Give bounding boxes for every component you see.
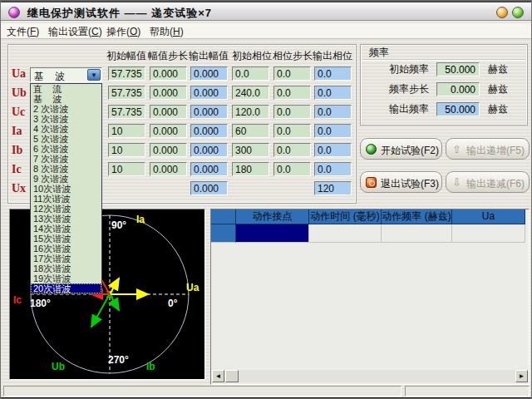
dropdown-option-harmonic-15[interactable]: 15次谐波 [31, 234, 101, 244]
output-frequency-unit: 赫兹 [488, 102, 508, 116]
channel-label-ib: Ib [12, 144, 32, 157]
dropdown-option-harmonic-3[interactable]: 3 次谐波 [31, 114, 101, 124]
ib-phase-step-input[interactable]: 0.0 [273, 143, 311, 157]
title-bar: 继电保护测试软件 —— 递变试验×7 [1, 1, 532, 21]
ua-output-phase-value: 0.0 [314, 66, 352, 81]
menu-help[interactable]: 帮助(H) [150, 25, 184, 39]
phasor-label-ic: Ic [13, 294, 22, 306]
scrollbar-thumb[interactable] [225, 370, 239, 382]
dropdown-option-harmonic-19[interactable]: 19次谐波 [31, 273, 101, 283]
action-frequency-cell[interactable] [382, 224, 452, 243]
dropdown-option-dc[interactable]: 直 流 [31, 84, 101, 94]
ub-initial-amplitude-input[interactable]: 57.735 [108, 86, 145, 100]
ia-amplitude-step-input[interactable]: 0.000 [150, 124, 187, 138]
ib-initial-phase-input[interactable]: 300 [232, 143, 269, 157]
ua-cell[interactable] [452, 224, 525, 243]
ia-initial-phase-input[interactable]: 60 [232, 124, 269, 138]
uc-phase-step-input[interactable]: 0.0 [273, 105, 311, 119]
exit-test-button[interactable]: 退出试验(F3) [360, 171, 442, 193]
scroll-left-arrow-icon[interactable]: ◄ [212, 370, 224, 382]
dropdown-option-harmonic-17[interactable]: 17次谐波 [31, 254, 101, 264]
initial-frequency-label: 初始频率 [364, 62, 429, 76]
output-increase-button[interactable]: ⇧ 输出递增(F5) [446, 138, 530, 160]
dropdown-option-harmonic-13[interactable]: 13次谐波 [31, 214, 101, 224]
ua-phase-step-input[interactable]: 0.0 [273, 66, 311, 81]
uc-output-amplitude-value: 0.000 [190, 105, 228, 119]
chevron-down-icon[interactable]: ▼ [87, 69, 101, 81]
dropdown-option-harmonic-18[interactable]: 18次谐波 [31, 264, 101, 273]
menu-file[interactable]: 文件(F) [7, 25, 39, 39]
dropdown-option-harmonic-4[interactable]: 4 次谐波 [31, 124, 101, 134]
dropdown-option-harmonic-11[interactable]: 11次谐波 [31, 194, 101, 204]
ia-initial-amplitude-input[interactable]: 10 [108, 124, 145, 138]
angle-label-0: 0° [168, 298, 177, 309]
dropdown-option-harmonic-7[interactable]: 7 次谐波 [31, 154, 101, 164]
app-window: 继电保护测试软件 —— 递变试验×7 文件(F) 输出设置(C) 操作(O) 帮… [0, 0, 532, 399]
output-decrease-button[interactable]: ⇩ 输出递减(F6) [446, 171, 530, 193]
ia-output-amplitude-value: 0.000 [190, 124, 228, 138]
ia-phase-step-input[interactable]: 0.0 [273, 124, 311, 138]
action-contact-cell-selected[interactable] [236, 224, 309, 243]
dropdown-option-harmonic-14[interactable]: 14次谐波 [31, 224, 101, 234]
app-icon [8, 7, 20, 18]
ux-output-amplitude-value: 0.000 [190, 181, 228, 195]
status-bar [1, 385, 532, 397]
ib-output-amplitude-value: 0.000 [190, 143, 228, 157]
initial-frequency-input[interactable]: 50.000 [436, 62, 480, 76]
uc-initial-amplitude-input[interactable]: 57.735 [108, 105, 145, 119]
ic-initial-amplitude-input[interactable]: 10 [108, 162, 145, 176]
dropdown-option-harmonic-10[interactable]: 10次谐波 [31, 184, 101, 194]
ic-amplitude-step-input[interactable]: 0.000 [150, 162, 187, 176]
ua-initial-amplitude-input[interactable]: 57.735 [108, 66, 145, 81]
angle-label-270: 270° [108, 354, 129, 366]
col-header-phase-step: 相位步长 [273, 49, 314, 63]
header-action-frequency-hz: 动作频率 (赫兹) [382, 209, 452, 224]
ib-amplitude-step-input[interactable]: 0.000 [150, 143, 187, 157]
channel-label-ux: Ux [12, 182, 32, 195]
ub-phase-step-input[interactable]: 0.0 [273, 86, 311, 100]
action-time-cell[interactable] [309, 224, 382, 243]
minimize-button[interactable] [496, 7, 508, 18]
ic-phase-step-input[interactable]: 0.0 [273, 162, 311, 176]
dropdown-option-harmonic-6[interactable]: 6 次谐波 [31, 144, 101, 154]
wave-type-combobox[interactable]: 基 波 ▼ [30, 67, 102, 82]
col-header-initial-amplitude: 初始幅值 [106, 49, 148, 63]
ub-amplitude-step-input[interactable]: 0.000 [150, 86, 187, 100]
frequency-step-input[interactable]: 0.000 [436, 82, 480, 96]
dropdown-option-harmonic-12[interactable]: 12次谐波 [31, 204, 101, 214]
menu-output-settings[interactable]: 输出设置(C) [48, 25, 102, 39]
close-button[interactable] [512, 7, 524, 18]
frequency-panel-title: 频率 [369, 46, 389, 60]
uc-amplitude-step-input[interactable]: 0.000 [150, 105, 187, 119]
ic-output-phase-value: 0.0 [314, 162, 352, 176]
dropdown-option-harmonic-8[interactable]: 8 次谐波 [31, 164, 101, 174]
ub-initial-phase-input[interactable]: 240.0 [232, 86, 269, 100]
channel-label-uc: Uc [12, 106, 32, 119]
dropdown-option-harmonic-2[interactable]: 2 次谐波 [31, 104, 101, 114]
angle-label-90: 90° [111, 219, 126, 231]
horizontal-scrollbar[interactable]: ◄ ► [212, 370, 528, 382]
start-icon [366, 144, 377, 155]
start-test-button[interactable]: 开始试验(F2) [360, 138, 442, 160]
vector-ib [110, 294, 119, 310]
dropdown-option-harmonic-9[interactable]: 9 次谐波 [31, 174, 101, 184]
ua-output-amplitude-value: 0.000 [190, 66, 228, 81]
menu-operate[interactable]: 操作(O) [106, 25, 140, 39]
ua-initial-phase-input[interactable]: 0.0 [232, 66, 269, 81]
dropdown-option-harmonic-20-highlighted[interactable]: 20次谐波 [31, 283, 101, 293]
uc-initial-phase-input[interactable]: 120.0 [232, 105, 269, 119]
phasor-label-ua: Ua [186, 282, 199, 293]
ib-initial-amplitude-input[interactable]: 10 [108, 143, 145, 157]
arrow-down-icon: ⇩ [451, 177, 462, 188]
frequency-panel: 频率 初始频率 50.000 赫兹 频率步长 0.000 赫兹 输出频率 50.… [360, 44, 528, 126]
phasor-label-ib: Ib [146, 361, 155, 372]
ic-initial-phase-input[interactable]: 180 [232, 162, 269, 176]
ua-amplitude-step-input[interactable]: 0.000 [150, 66, 187, 81]
ib-output-phase-value: 0.0 [314, 143, 352, 157]
header-row-indicator [211, 209, 236, 224]
dropdown-option-fundamental[interactable]: 基 波 [31, 94, 101, 104]
scroll-right-arrow-icon[interactable]: ► [515, 370, 528, 382]
row-indicator-cell[interactable] [211, 224, 236, 243]
dropdown-option-harmonic-5[interactable]: 5 次谐波 [31, 134, 101, 144]
dropdown-option-harmonic-16[interactable]: 16次谐波 [31, 244, 101, 254]
